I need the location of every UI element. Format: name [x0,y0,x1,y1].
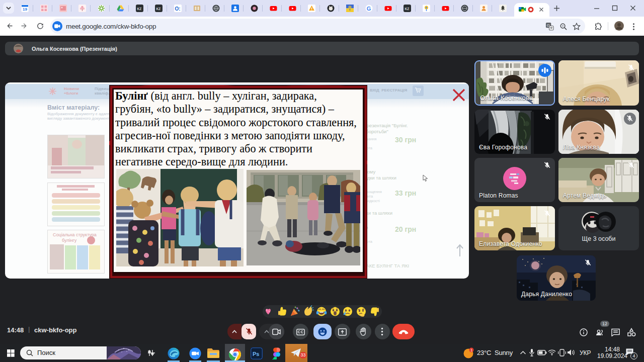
svg-text:O:: O: [175,6,181,12]
svg-text:19: 19 [23,7,27,12]
svg-text:Ps: Ps [253,351,259,357]
svg-text:KZ: KZ [405,7,410,11]
svg-text:1: 1 [470,348,472,352]
svg-text:KZ: KZ [137,7,142,11]
svg-text:KZ: KZ [156,7,161,11]
svg-text:G: G [367,6,371,12]
